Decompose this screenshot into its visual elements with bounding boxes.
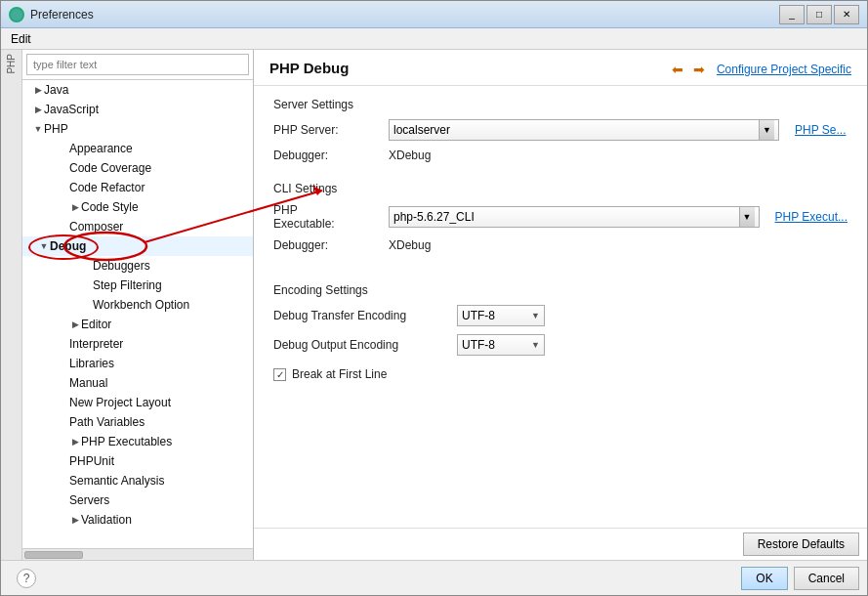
preferences-window: Preferences _ □ ✕ Edit PHP (0, 0, 868, 596)
label-java: Java (44, 83, 68, 97)
arrow-php: ▼ (32, 123, 44, 135)
scrollbar-thumb[interactable] (24, 551, 83, 559)
debugger-row: Debugger: XDebug (273, 149, 847, 162)
cancel-button[interactable]: Cancel (794, 567, 859, 590)
label-editor: Editor (81, 318, 111, 331)
arrow-code-style: ▶ (69, 201, 81, 213)
arrow-debug: ▼ (38, 240, 50, 252)
php-server-dropdown[interactable]: localserver ▼ (389, 119, 779, 141)
tree-item-path-variables[interactable]: Path Variables (22, 412, 253, 432)
label-new-project-layout: New Project Layout (69, 396, 171, 409)
maximize-button[interactable]: □ (806, 5, 832, 24)
debug-output-label: Debug Output Encoding (273, 338, 449, 352)
menu-edit[interactable]: Edit (5, 30, 37, 48)
minimize-button[interactable]: _ (779, 5, 805, 24)
debug-output-dropdown[interactable]: UTF-8 ▼ (457, 334, 545, 356)
server-settings-title: Server Settings (273, 98, 847, 111)
tree-item-validation[interactable]: ▶ Validation (22, 510, 253, 530)
bottom-bar: ? OK Cancel (1, 560, 867, 595)
tree-item-step-filtering[interactable]: Step Filtering (22, 276, 253, 295)
php-server-label: PHP Server: (273, 123, 381, 137)
tree-item-manual[interactable]: Manual (22, 373, 253, 393)
arrow-javascript: ▶ (32, 104, 44, 115)
tree-item-code-style[interactable]: ▶ Code Style (22, 197, 253, 217)
debug-output-arrow: ▼ (531, 340, 540, 350)
tree-item-javascript[interactable]: ▶ JavaScript (22, 100, 253, 119)
php-executable-dropdown-arrow: ▼ (739, 207, 755, 227)
tree-item-semantic-analysis[interactable]: Semantic Analysis (22, 471, 253, 490)
left-panel: ▶ Java ▶ JavaScript ▼ (22, 50, 254, 560)
php-server-dropdown-arrow: ▼ (759, 120, 774, 140)
tree-item-php[interactable]: ▼ PHP (22, 119, 253, 139)
side-label-php: PHP (6, 54, 17, 74)
nav-arrows: ⬅ ➡ (668, 60, 709, 79)
tree-item-interpreter[interactable]: Interpreter (22, 334, 253, 354)
app-icon (9, 7, 24, 22)
tree-area: ▶ Java ▶ JavaScript ▼ (22, 80, 253, 548)
label-composer: Composer (69, 220, 123, 234)
label-path-variables: Path Variables (69, 415, 145, 429)
tree-item-servers[interactable]: Servers (22, 490, 253, 510)
debugger-value: XDebug (389, 149, 431, 162)
label-debuggers: Debuggers (93, 259, 150, 273)
tree-item-code-coverage[interactable]: Code Coverage (22, 158, 253, 178)
break-at-first-line-checkbox[interactable]: ✓ (273, 368, 286, 381)
nav-forward-button[interactable]: ➡ (689, 60, 709, 79)
php-server-row: PHP Server: localserver ▼ PHP Se... (273, 119, 847, 141)
tree-item-debuggers[interactable]: Debuggers (22, 256, 253, 276)
label-validation: Validation (81, 513, 132, 527)
filter-input[interactable] (26, 54, 249, 75)
php-executable-value: php-5.6.27_CLI (393, 210, 739, 224)
configure-project-link[interactable]: Configure Project Specific (717, 63, 851, 76)
tree-item-phpunit[interactable]: PHPUnit (22, 451, 253, 471)
tree-item-java[interactable]: ▶ Java (22, 80, 253, 100)
cli-debugger-label: Debugger: (273, 238, 381, 252)
main-area: PHP ▶ Java (1, 50, 867, 560)
tree-item-composer[interactable]: Composer (22, 217, 253, 236)
content-header: PHP Debug ⬅ ➡ Configure Project Specific (254, 50, 867, 86)
side-accent: PHP (1, 50, 22, 560)
label-php: PHP (44, 122, 68, 136)
label-workbench-option: Workbench Option (93, 298, 189, 312)
tree-item-php-executables[interactable]: ▶ PHP Executables (22, 432, 253, 451)
debug-transfer-dropdown[interactable]: UTF-8 ▼ (457, 305, 545, 326)
label-step-filtering: Step Filtering (93, 278, 162, 292)
label-phpunit: PHPUnit (69, 454, 114, 468)
debug-transfer-label: Debug Transfer Encoding (273, 309, 449, 322)
label-php-executables: PHP Executables (81, 435, 172, 448)
label-code-refactor: Code Refactor (69, 181, 145, 194)
debugger-label: Debugger: (273, 149, 381, 162)
tree-item-workbench-option[interactable]: Workbench Option (22, 295, 253, 315)
break-at-first-line-label: Break at First Line (292, 367, 387, 381)
tree-item-new-project-layout[interactable]: New Project Layout (22, 393, 253, 412)
close-button[interactable]: ✕ (834, 5, 859, 24)
php-server-link[interactable]: PHP Se... (795, 123, 846, 137)
php-exec-link[interactable]: PHP Execut... (775, 210, 847, 224)
debug-transfer-row: Debug Transfer Encoding UTF-8 ▼ (273, 305, 847, 326)
php-executable-dropdown[interactable]: php-5.6.27_CLI ▼ (389, 206, 760, 228)
tree-item-debug[interactable]: ▼ Debug (22, 236, 253, 256)
horizontal-scrollbar[interactable] (22, 548, 253, 560)
ok-button[interactable]: OK (741, 567, 787, 590)
tree-container: ▶ Java ▶ JavaScript ▼ (22, 80, 253, 530)
label-libraries: Libraries (69, 357, 114, 370)
nav-back-button[interactable]: ⬅ (668, 60, 687, 79)
tree-item-libraries[interactable]: Libraries (22, 354, 253, 373)
debug-transfer-arrow: ▼ (531, 311, 540, 320)
tree-item-code-refactor[interactable]: Code Refactor (22, 178, 253, 197)
cli-debugger-row: Debugger: XDebug (273, 238, 847, 252)
arrow-php-executables: ▶ (69, 436, 81, 447)
help-button[interactable]: ? (17, 569, 36, 588)
label-debug: Debug (50, 239, 86, 253)
restore-defaults-button[interactable]: Restore Defaults (743, 532, 859, 556)
php-executable-label: PHPExecutable: (273, 203, 381, 231)
arrow-validation: ▶ (69, 514, 81, 526)
title-bar: Preferences _ □ ✕ (1, 1, 867, 28)
cli-debugger-value: XDebug (389, 238, 431, 252)
tree-item-appearance[interactable]: Appearance (22, 139, 253, 158)
php-server-value: localserver (393, 123, 759, 137)
label-interpreter: Interpreter (69, 337, 123, 351)
tree-item-editor[interactable]: ▶ Editor (22, 315, 253, 334)
label-servers: Servers (69, 493, 109, 507)
content-body: Server Settings PHP Server: localserver … (254, 86, 867, 528)
